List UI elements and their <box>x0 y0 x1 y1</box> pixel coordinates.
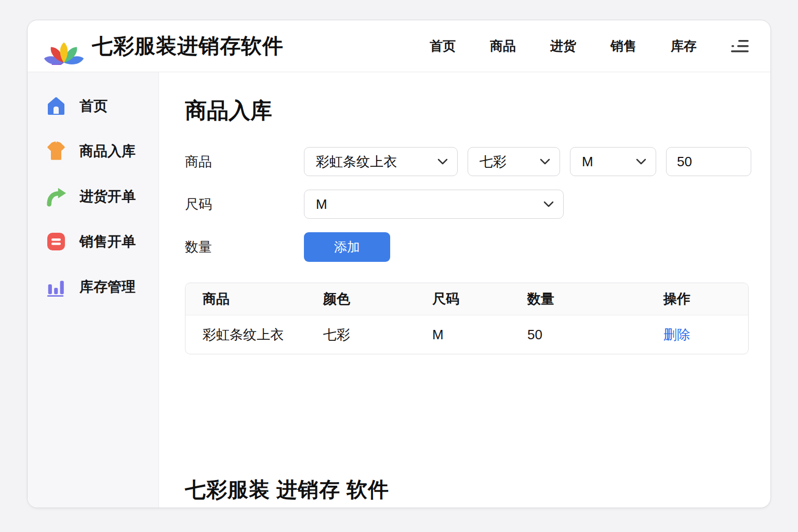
nav-item-inventory[interactable]: 库存 <box>671 37 697 55</box>
sidebar-item-label: 商品入库 <box>79 142 136 161</box>
size-select-small[interactable]: M <box>570 147 656 176</box>
sidebar-item-inventory-management[interactable]: 库存管理 <box>45 276 158 298</box>
product-select[interactable]: 彩虹条纹上衣 <box>304 147 458 176</box>
chevron-down-icon <box>437 158 448 165</box>
table-row: 彩虹条纹上衣 七彩 M 50 删除 <box>185 315 748 354</box>
size-label: 尺码 <box>185 195 304 214</box>
color-select[interactable]: 七彩 <box>468 147 560 176</box>
sidebar-item-label: 进货开单 <box>79 187 136 206</box>
table-header-size: 尺码 <box>415 290 510 308</box>
product-select-value: 彩虹条纹上衣 <box>316 153 397 171</box>
nav-item-purchase[interactable]: 进货 <box>550 37 576 55</box>
footer-brand-text: 七彩服装 进销存 软件 <box>185 475 751 504</box>
nav-item-home[interactable]: 首页 <box>430 37 456 55</box>
product-label: 商品 <box>185 153 304 171</box>
sidebar-item-label: 首页 <box>79 97 108 115</box>
form-row-quantity: 数量 添加 <box>185 232 751 262</box>
sidebar-item-product-inbound[interactable]: 商品入库 <box>45 140 158 162</box>
row-quantity-cell: 50 <box>510 327 646 343</box>
form-row-size: 尺码 M <box>185 190 751 219</box>
purchase-arrow-icon <box>45 185 67 207</box>
table-header-color: 颜色 <box>306 290 415 308</box>
top-navigation: 首页 商品 进货 销售 库存 <box>430 37 697 55</box>
row-product-cell: 彩虹条纹上衣 <box>185 326 306 344</box>
row-size-cell: M <box>415 327 510 343</box>
page-title: 商品入库 <box>185 96 751 125</box>
table-header-row: 商品 颜色 尺码 数量 操作 <box>185 283 748 315</box>
color-select-value: 七彩 <box>480 153 507 171</box>
delete-link[interactable]: 删除 <box>663 327 690 342</box>
home-icon <box>45 95 67 117</box>
add-button[interactable]: 添加 <box>304 232 390 262</box>
header: 七彩服装进销存软件 首页 商品 进货 销售 库存 <box>28 20 770 72</box>
sidebar-item-purchase-order[interactable]: 进货开单 <box>45 185 158 207</box>
nav-item-products[interactable]: 商品 <box>490 37 516 55</box>
form-row-product: 商品 彩虹条纹上衣 七彩 M <box>185 147 751 176</box>
shirt-icon <box>45 140 67 162</box>
quantity-label: 数量 <box>185 238 304 256</box>
inbound-table: 商品 颜色 尺码 数量 操作 彩虹条纹上衣 七彩 M 50 删除 <box>185 283 749 354</box>
chevron-down-icon <box>540 158 550 165</box>
table-header-quantity: 数量 <box>510 290 646 308</box>
bar-chart-icon <box>45 276 67 298</box>
sales-card-icon <box>45 231 67 252</box>
hamburger-menu-icon[interactable] <box>730 38 750 54</box>
table-header-product: 商品 <box>185 290 306 308</box>
peacock-logo-icon <box>43 27 85 65</box>
app-title: 七彩服装进销存软件 <box>92 32 284 60</box>
sidebar: 首页 商品入库 进货开单 <box>28 72 159 508</box>
chevron-down-icon <box>636 158 646 165</box>
size-select[interactable]: M <box>304 190 564 219</box>
sidebar-item-sales-order[interactable]: 销售开单 <box>45 231 158 252</box>
app-window: 七彩服装进销存软件 首页 商品 进货 销售 库存 <box>27 20 771 508</box>
main-content: 商品入库 商品 彩虹条纹上衣 七彩 M <box>159 72 771 508</box>
row-color-cell: 七彩 <box>306 326 415 344</box>
sidebar-item-label: 销售开单 <box>79 232 136 251</box>
size-select-small-value: M <box>582 154 593 170</box>
size-select-value: M <box>316 196 327 212</box>
chevron-down-icon <box>543 201 554 207</box>
sidebar-item-label: 库存管理 <box>79 277 136 296</box>
table-header-action: 操作 <box>646 290 749 308</box>
sidebar-item-home[interactable]: 首页 <box>45 95 158 117</box>
nav-item-sales[interactable]: 销售 <box>610 37 636 55</box>
quantity-input[interactable] <box>666 147 751 176</box>
